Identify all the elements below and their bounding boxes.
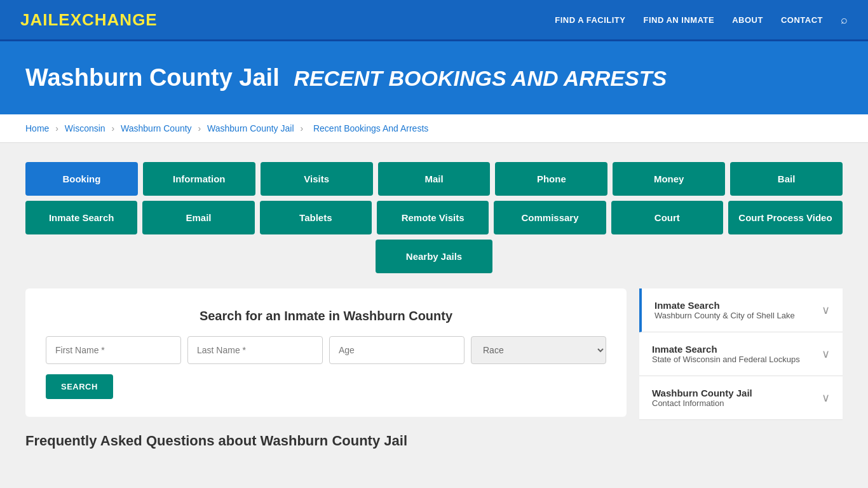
breadcrumb-washburn-jail[interactable]: Washburn County Jail bbox=[207, 123, 294, 133]
first-name-input[interactable] bbox=[46, 336, 181, 364]
sidebar-item-2-title: Inmate Search bbox=[652, 344, 800, 355]
search-button[interactable]: SEARCH bbox=[46, 374, 113, 399]
btn-bail[interactable]: Bail bbox=[730, 162, 843, 196]
nav-contact[interactable]: CONTACT bbox=[781, 15, 823, 25]
btn-nearby-jails[interactable]: Nearby Jails bbox=[376, 240, 492, 273]
hero-title-sub: Recent Bookings And Arrests bbox=[294, 66, 667, 90]
chevron-down-icon-2: ∨ bbox=[822, 347, 830, 361]
hero-section: Washburn County Jail Recent Bookings And… bbox=[0, 41, 868, 114]
button-row-1: Booking Information Visits Mail Phone Mo… bbox=[25, 162, 843, 196]
btn-phone[interactable]: Phone bbox=[495, 162, 607, 196]
sidebar-item-2[interactable]: Inmate Search State of Wisconsin and Fed… bbox=[639, 332, 843, 376]
btn-inmate-search[interactable]: Inmate Search bbox=[25, 201, 137, 234]
btn-court[interactable]: Court bbox=[611, 201, 723, 234]
age-input[interactable] bbox=[329, 336, 465, 364]
nav-find-facility[interactable]: FIND A FACILITY bbox=[555, 15, 625, 25]
breadcrumb-sep-3: › bbox=[198, 123, 204, 133]
breadcrumb-wisconsin[interactable]: Wisconsin bbox=[65, 123, 105, 133]
breadcrumb-sep-4: › bbox=[300, 123, 306, 133]
btn-remote-visits[interactable]: Remote Visits bbox=[377, 201, 489, 234]
btn-court-process-video[interactable]: Court Process Video bbox=[728, 201, 843, 234]
breadcrumb-home[interactable]: Home bbox=[25, 123, 49, 133]
breadcrumb: Home › Wisconsin › Washburn County › Was… bbox=[0, 114, 868, 143]
bottom-section: Frequently Asked Questions about Washbur… bbox=[25, 433, 843, 449]
faq-heading: Frequently Asked Questions about Washbur… bbox=[25, 433, 843, 449]
breadcrumb-washburn-county[interactable]: Washburn County bbox=[121, 123, 192, 133]
btn-tablets[interactable]: Tablets bbox=[260, 201, 372, 234]
sidebar-item-1-title: Inmate Search bbox=[654, 300, 795, 311]
main-content: Booking Information Visits Mail Phone Mo… bbox=[0, 143, 868, 468]
search-inputs: Race bbox=[46, 336, 606, 364]
sidebar: Inmate Search Washburn County & City of … bbox=[639, 288, 843, 420]
search-title: Search for an Inmate in Washburn County bbox=[46, 309, 606, 323]
button-row-3: Nearby Jails bbox=[25, 240, 843, 273]
nav-about[interactable]: ABOUT bbox=[732, 15, 763, 25]
button-row-2: Inmate Search Email Tablets Remote Visit… bbox=[25, 201, 843, 234]
search-box: Search for an Inmate in Washburn County … bbox=[25, 288, 627, 417]
hero-title-main: Washburn County Jail bbox=[25, 64, 280, 91]
logo-exchange: EXCHANGE bbox=[58, 10, 157, 29]
logo-jail: JAIL bbox=[20, 10, 58, 29]
btn-visits[interactable]: Visits bbox=[261, 162, 373, 196]
sidebar-item-1[interactable]: Inmate Search Washburn County & City of … bbox=[639, 288, 843, 332]
chevron-down-icon-1: ∨ bbox=[822, 303, 830, 317]
breadcrumb-sep-1: › bbox=[55, 123, 61, 133]
sidebar-item-3-sub: Contact Information bbox=[652, 398, 752, 408]
two-col-section: Search for an Inmate in Washburn County … bbox=[25, 288, 843, 420]
btn-money[interactable]: Money bbox=[613, 162, 725, 196]
btn-information[interactable]: Information bbox=[143, 162, 255, 196]
sidebar-item-3-title: Washburn County Jail bbox=[652, 388, 752, 398]
btn-mail[interactable]: Mail bbox=[378, 162, 491, 196]
last-name-input[interactable] bbox=[187, 336, 323, 364]
breadcrumb-current: Recent Bookings And Arrests bbox=[313, 123, 428, 133]
race-select[interactable]: Race bbox=[471, 336, 606, 364]
hero-title: Washburn County Jail Recent Bookings And… bbox=[25, 64, 843, 92]
search-icon-button[interactable]: ⌕ bbox=[841, 13, 848, 27]
btn-commissary[interactable]: Commissary bbox=[494, 201, 606, 234]
btn-booking[interactable]: Booking bbox=[25, 162, 138, 196]
nav-find-inmate[interactable]: FIND AN INMATE bbox=[643, 15, 714, 25]
nav-links: FIND A FACILITY FIND AN INMATE ABOUT CON… bbox=[555, 13, 848, 27]
navbar: JAILEXCHANGE FIND A FACILITY FIND AN INM… bbox=[0, 0, 868, 41]
sidebar-item-3[interactable]: Washburn County Jail Contact Information… bbox=[639, 376, 843, 420]
sidebar-item-2-sub: State of Wisconsin and Federal Lockups bbox=[652, 355, 800, 364]
logo[interactable]: JAILEXCHANGE bbox=[20, 10, 158, 30]
btn-email[interactable]: Email bbox=[142, 201, 254, 234]
sidebar-item-1-sub: Washburn County & City of Shell Lake bbox=[654, 311, 795, 320]
breadcrumb-sep-2: › bbox=[112, 123, 118, 133]
chevron-down-icon-3: ∨ bbox=[822, 391, 830, 405]
